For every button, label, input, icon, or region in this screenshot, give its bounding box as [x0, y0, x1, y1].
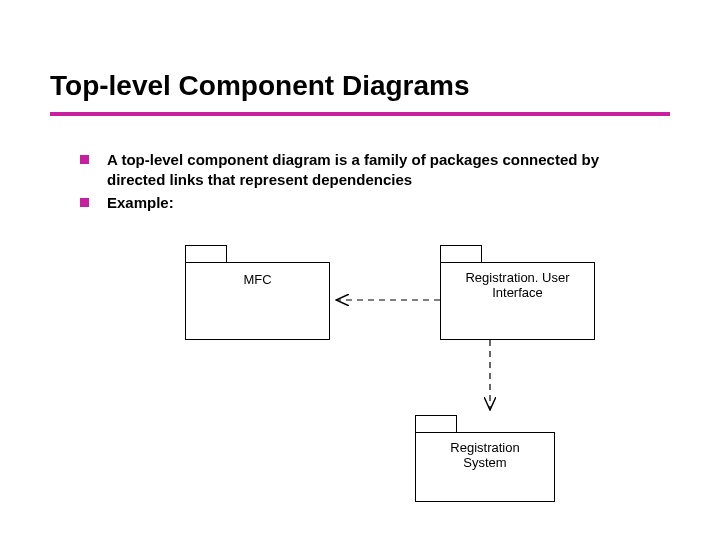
bullet-prefix: A	[107, 151, 121, 168]
list-item: A top-level component diagram is a famil…	[80, 150, 640, 189]
package-label-line1: Registration	[450, 440, 519, 455]
package-label: Registration System	[450, 441, 519, 471]
package-tab	[415, 415, 457, 433]
slide: Top-level Component Diagrams A top-level…	[0, 0, 720, 540]
package-mfc: MFC	[185, 262, 330, 340]
package-label-line2: System	[463, 455, 506, 470]
package-label: Registration. User Interface	[465, 271, 569, 301]
page-title: Top-level Component Diagrams	[50, 70, 470, 102]
square-bullet-icon	[80, 155, 89, 164]
bullet-text: Example:	[107, 193, 640, 213]
package-label-line2: Interface	[492, 285, 543, 300]
list-item: Example:	[80, 193, 640, 213]
package-tab	[440, 245, 482, 263]
package-registration-system: Registration System	[415, 432, 555, 502]
bullet-bold: top-level component diagram	[121, 151, 330, 168]
square-bullet-icon	[80, 198, 89, 207]
package-label-line1: Registration. User	[465, 270, 569, 285]
title-underline	[50, 112, 670, 116]
package-registration-ui: Registration. User Interface	[440, 262, 595, 340]
bullet-text: A top-level component diagram is a famil…	[107, 150, 640, 189]
bullet-list: A top-level component diagram is a famil…	[80, 150, 640, 217]
bullet-prefix: Example:	[107, 194, 174, 211]
package-tab	[185, 245, 227, 263]
package-label: MFC	[243, 273, 271, 288]
